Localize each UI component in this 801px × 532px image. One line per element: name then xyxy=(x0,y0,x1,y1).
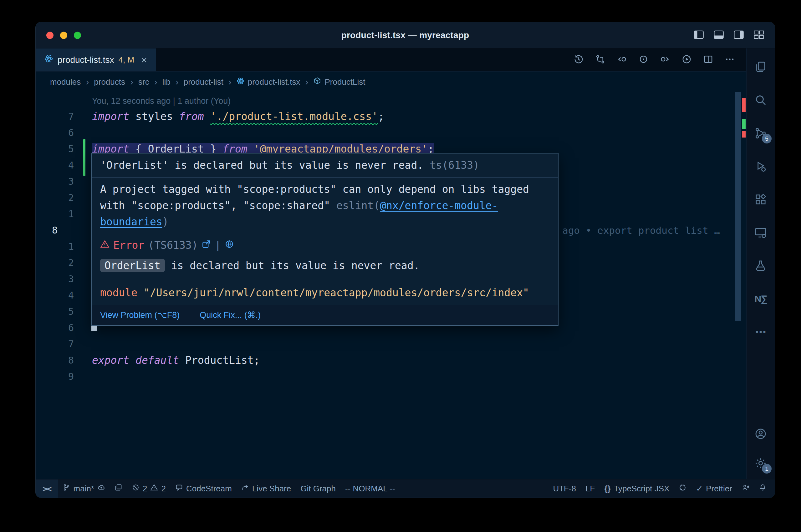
code-line[interactable]: 7 import styles from './product-list.mod… xyxy=(36,109,746,125)
minimize-window-button[interactable] xyxy=(60,32,67,39)
quick-fix-button[interactable]: Quick Fix... (⌘.) xyxy=(200,309,261,321)
breadcrumb-item-symbol[interactable]: ProductList xyxy=(313,77,365,87)
person-item[interactable] xyxy=(737,479,754,498)
line-number[interactable]: 1 xyxy=(36,239,91,255)
tab-product-list[interactable]: product-list.tsx 4, M × xyxy=(36,49,156,71)
line-number[interactable]: 7 xyxy=(36,336,91,352)
breadcrumb-item[interactable]: modules xyxy=(50,77,81,87)
breadcrumb-item[interactable]: product-list xyxy=(184,77,223,87)
git-compare-icon[interactable] xyxy=(595,54,605,65)
eol-item[interactable]: LF xyxy=(581,479,600,498)
code-line[interactable]: 6 xyxy=(36,125,746,141)
git-branch-item[interactable]: main* xyxy=(58,479,110,498)
toggle-secondary-sidebar-icon[interactable] xyxy=(733,30,744,40)
manage-gear-icon[interactable]: 1 xyxy=(753,456,768,471)
prettier-item[interactable]: ✓Prettier xyxy=(691,479,737,498)
remote-explorer-icon[interactable] xyxy=(753,225,768,240)
next-change-icon[interactable] xyxy=(660,54,670,65)
window-title: product-list.tsx — myreactapp xyxy=(341,30,469,40)
remote-window-indicator[interactable]: >< xyxy=(36,479,58,498)
react-icon xyxy=(237,77,245,87)
search-icon[interactable] xyxy=(753,93,768,107)
breadcrumb-separator: › xyxy=(229,77,232,87)
source-control-graph-icon[interactable]: 5 xyxy=(753,126,768,140)
explorer-icon[interactable] xyxy=(753,60,768,74)
run-file-icon[interactable] xyxy=(681,54,692,65)
live-share-item[interactable]: Live Share xyxy=(237,479,296,498)
line-number[interactable]: 1 xyxy=(36,206,91,222)
notifications-item[interactable] xyxy=(754,479,775,498)
accounts-icon[interactable] xyxy=(753,427,768,441)
breadcrumb-item[interactable]: products xyxy=(94,77,125,87)
line-number[interactable]: 8 xyxy=(36,352,91,368)
tab-bar: product-list.tsx 4, M × xyxy=(36,49,746,72)
breadcrumb-item[interactable]: lib xyxy=(162,77,170,87)
current-line-number[interactable]: 8 xyxy=(36,222,91,239)
codestream-item[interactable]: CodeStream xyxy=(170,479,237,498)
previous-change-icon[interactable] xyxy=(617,54,627,65)
line-number[interactable]: 6 xyxy=(36,125,91,141)
git-graph-item[interactable]: Git Graph xyxy=(296,479,341,498)
blame-row: You, 12 seconds ago | 1 author (You) xyxy=(36,92,746,109)
line-number[interactable]: 9 xyxy=(36,368,91,385)
github-icon xyxy=(679,483,687,494)
activity-bar: 5 N∑ ⋯ 1 xyxy=(746,49,775,479)
close-tab-icon[interactable]: × xyxy=(141,55,147,65)
code-line[interactable]: 9 xyxy=(36,368,746,385)
breadcrumb-item[interactable]: src xyxy=(138,77,149,87)
close-window-button[interactable] xyxy=(46,32,54,39)
line-number[interactable]: 2 xyxy=(36,190,91,206)
toggle-panel-icon[interactable] xyxy=(713,30,724,40)
gitlens-compare-item[interactable] xyxy=(110,479,127,498)
code-editor[interactable]: You, 12 seconds ago | 1 author (You) 7 i… xyxy=(36,92,746,479)
blame-lens[interactable]: You, 12 seconds ago | 1 author (You) xyxy=(92,96,231,106)
language-mode-item[interactable]: {}TypeScript JSX xyxy=(600,479,674,498)
problems-item[interactable]: 2 2 xyxy=(127,479,170,498)
symbol-chip: OrderList xyxy=(100,259,165,272)
view-problem-button[interactable]: View Problem (⌥F8) xyxy=(100,309,180,321)
traffic-lights xyxy=(46,32,81,39)
local-history-icon[interactable] xyxy=(574,54,584,65)
line-number[interactable]: 5 xyxy=(36,304,91,320)
open-changes-icon[interactable] xyxy=(638,54,649,65)
line-number[interactable]: 4 xyxy=(36,287,91,304)
toggle-primary-sidebar-icon[interactable] xyxy=(693,30,704,40)
react-icon xyxy=(44,54,53,65)
hover-diagnostic-message: 'OrderList' is declared but its value is… xyxy=(92,153,558,177)
code-line[interactable]: 8 export default ProductList; xyxy=(36,352,746,368)
encoding-item[interactable]: UTF-8 xyxy=(548,479,581,498)
hover-actions: View Problem (⌥F8) Quick Fix... (⌘.) xyxy=(92,305,558,325)
css-import-string: './product-list.module.css' xyxy=(210,110,378,122)
diagnostics-hover-widget: 'OrderList' is declared but its value is… xyxy=(91,153,559,326)
additional-views-icon[interactable]: ⋯ xyxy=(753,325,768,339)
open-external-icon[interactable] xyxy=(201,239,211,251)
line-number[interactable]: 7 xyxy=(36,109,91,125)
line-number[interactable]: 3 xyxy=(36,271,91,287)
errors-icon xyxy=(132,483,140,494)
breadcrumb-separator: › xyxy=(130,77,133,87)
blame-ghost-text: ago • export product list … xyxy=(562,225,720,236)
check-icon: ✓ xyxy=(696,484,703,494)
split-editor-icon[interactable] xyxy=(703,54,713,65)
breadcrumb-item-file[interactable]: product-list.tsx xyxy=(237,77,301,87)
breadcrumb-separator: › xyxy=(154,77,158,87)
editor-scrollbar[interactable] xyxy=(735,92,741,321)
vim-mode-item[interactable]: -- NORMAL -- xyxy=(341,479,400,498)
git-branch-icon xyxy=(62,483,70,494)
editor-more-actions-icon[interactable] xyxy=(725,54,735,65)
customize-layout-icon[interactable] xyxy=(753,30,764,40)
line-number[interactable]: 2 xyxy=(36,255,91,271)
run-and-debug-icon[interactable] xyxy=(753,159,768,173)
extensions-icon[interactable] xyxy=(753,192,768,207)
line-number[interactable]: 3 xyxy=(36,173,91,190)
hover-resize-handle[interactable] xyxy=(91,326,97,331)
zoom-window-button[interactable] xyxy=(74,32,81,39)
overview-ruler-added-mark xyxy=(742,119,746,129)
nx-console-icon[interactable]: N∑ xyxy=(753,292,768,306)
github-item[interactable] xyxy=(674,479,691,498)
code-line[interactable]: 7 xyxy=(36,336,746,352)
globe-icon[interactable] xyxy=(225,239,234,251)
symbol-cube-icon xyxy=(313,77,321,87)
testing-beaker-icon[interactable] xyxy=(753,259,768,273)
line-number[interactable]: 6 xyxy=(36,320,91,336)
